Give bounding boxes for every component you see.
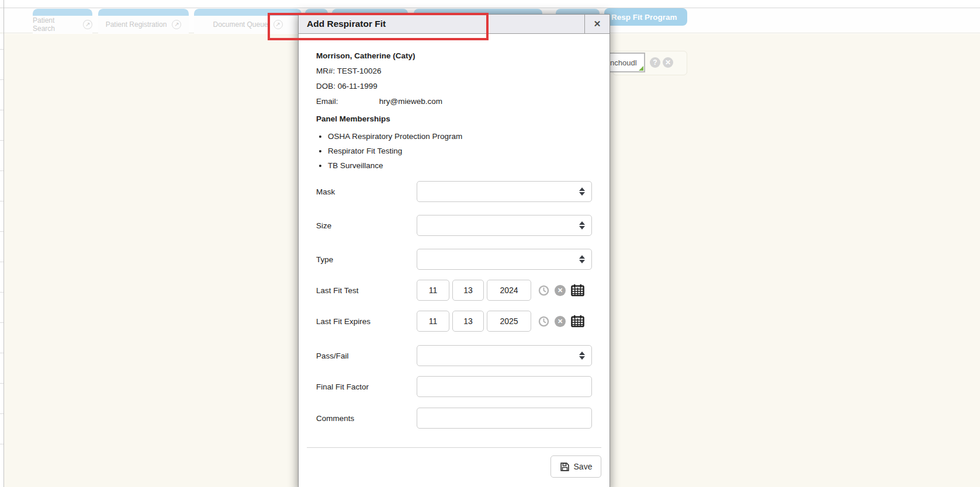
calendar-icon[interactable] <box>571 284 584 297</box>
select-arrows-icon <box>579 352 585 360</box>
membership-item: OSHA Respiratory Protection Program <box>328 129 462 144</box>
open-in-new-window-icon[interactable]: ↗ <box>83 20 92 29</box>
panel-memberships-list: OSHA Respiratory Protection Program Resp… <box>316 129 462 173</box>
pass-fail-label: Pass/Fail <box>316 352 417 360</box>
time-icon[interactable] <box>538 285 549 296</box>
clear-date-icon[interactable]: ✕ <box>555 316 566 327</box>
patient-info: Morrison, Catherine (Caty) MR#: TEST-100… <box>316 48 442 109</box>
save-button[interactable]: Save <box>550 455 601 478</box>
user-search-panel: nchoudl ? ✕ <box>612 51 687 75</box>
last-fit-test-label: Last Fit Test <box>316 286 417 295</box>
tab-patient-search[interactable]: Patient Search ↗ <box>33 9 92 33</box>
patient-search-input[interactable]: nchoudl <box>607 53 645 72</box>
membership-item: TB Surveillance <box>328 158 462 173</box>
patient-dob: DOB: 06-11-1999 <box>316 79 442 94</box>
final-fit-factor-row: Final Fit Factor <box>316 376 592 397</box>
mask-select[interactable] <box>417 181 592 202</box>
resp-fit-program-tab[interactable]: Resp Fit Program <box>604 8 687 26</box>
select-arrows-icon <box>579 255 585 263</box>
last-fit-test-day-input[interactable]: 13 <box>452 280 484 301</box>
type-label: Type <box>316 255 417 264</box>
comments-label: Comments <box>316 414 417 423</box>
left-divider-line <box>4 0 4 487</box>
close-icon: ✕ <box>594 19 601 29</box>
email-label: Email: <box>316 94 377 109</box>
close-button[interactable]: ✕ <box>584 15 610 33</box>
patient-name: Morrison, Catherine (Caty) <box>316 48 442 64</box>
comments-input[interactable] <box>417 408 592 429</box>
open-in-new-window-icon[interactable]: ↗ <box>172 20 181 29</box>
mask-label: Mask <box>316 187 417 196</box>
final-fit-factor-label: Final Fit Factor <box>316 382 417 391</box>
last-fit-expires-year-input[interactable]: 2025 <box>487 311 531 332</box>
help-icon[interactable]: ? <box>650 57 660 68</box>
search-input-value: nchoudl <box>610 58 637 67</box>
final-fit-factor-input[interactable] <box>417 376 592 397</box>
tab-patient-registration[interactable]: Patient Registration ↗ <box>98 9 189 33</box>
last-fit-expires-month-input[interactable]: 11 <box>417 311 449 332</box>
tab-label: Document Queue <box>213 20 268 29</box>
panel-memberships-heading: Panel Memberships <box>316 112 462 127</box>
dialog-header: Add Respirator Fit ✕ <box>299 15 610 34</box>
patient-email-row: Email: hry@mieweb.com <box>316 94 442 109</box>
save-button-label: Save <box>574 462 593 471</box>
top-bar <box>0 0 980 8</box>
type-select[interactable] <box>417 249 592 270</box>
clear-icon[interactable]: ✕ <box>663 57 673 68</box>
last-fit-expires-day-input[interactable]: 13 <box>452 311 484 332</box>
add-respirator-fit-dialog: Add Respirator Fit ✕ Morrison, Catherine… <box>298 14 610 487</box>
resize-grip-icon[interactable] <box>639 66 643 71</box>
size-select[interactable] <box>417 215 592 236</box>
membership-item: Respirator Fit Testing <box>328 144 462 158</box>
pass-fail-select[interactable] <box>417 345 592 366</box>
last-fit-expires-row: Last Fit Expires 11 13 2025 ✕ <box>316 311 592 332</box>
last-fit-expires-label: Last Fit Expires <box>316 317 417 326</box>
size-label: Size <box>316 221 417 230</box>
tab-label: Patient Registration <box>106 20 167 29</box>
open-in-new-window-icon[interactable]: ↗ <box>273 20 283 29</box>
last-fit-test-month-input[interactable]: 11 <box>417 280 449 301</box>
clear-date-icon[interactable]: ✕ <box>555 285 566 296</box>
tab-strip <box>194 9 302 16</box>
last-fit-test-year-input[interactable]: 2024 <box>487 280 531 301</box>
select-arrows-icon <box>579 187 585 196</box>
panel-memberships: Panel Memberships OSHA Respiratory Prote… <box>316 112 462 173</box>
tab-label: Patient Search <box>33 16 78 33</box>
patient-mr-number: MR#: TEST-10026 <box>316 64 442 79</box>
select-arrows-icon <box>579 221 585 229</box>
tab-strip <box>98 9 189 16</box>
email-value: hry@mieweb.com <box>379 97 442 106</box>
time-icon[interactable] <box>538 316 549 327</box>
dialog-title: Add Respirator Fit <box>299 15 584 33</box>
tab-strip <box>33 9 92 16</box>
last-fit-test-row: Last Fit Test 11 13 2024 ✕ <box>316 280 592 301</box>
comments-row: Comments <box>316 408 592 429</box>
mask-row: Mask <box>316 181 592 202</box>
type-row: Type <box>316 249 592 270</box>
pass-fail-row: Pass/Fail <box>316 345 592 366</box>
footer-divider <box>307 447 601 448</box>
save-floppy-icon <box>560 462 570 472</box>
tab-document-queue[interactable]: Document Queue ↗ <box>194 9 302 33</box>
calendar-icon[interactable] <box>571 315 584 328</box>
size-row: Size <box>316 215 592 236</box>
